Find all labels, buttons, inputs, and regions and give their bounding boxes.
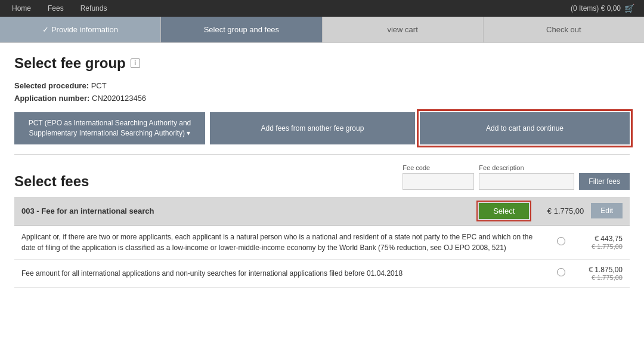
fee-003-name: 003 - Fee for an international search: [21, 207, 479, 215]
fee-group-row: PCT (EPO as International Searching Auth…: [14, 112, 630, 144]
step-select-group[interactable]: Select group and fees: [161, 17, 322, 42]
fee-subrow-1-prices: € 443,75 € 1.775,00: [575, 235, 623, 250]
fee-subrow-2-prices: € 1.875,00 € 1.775,00: [575, 266, 623, 281]
fee-subrow-1-price-strike: € 1.775,00: [575, 243, 623, 250]
top-nav: Home Fees Refunds (0 Items) € 0,00 🛒: [0, 0, 644, 17]
fee-code-input[interactable]: [402, 173, 474, 190]
fee-subrow-2-radio[interactable]: [557, 268, 565, 278]
step-check-out[interactable]: Check out: [484, 17, 644, 42]
fee-group-selector[interactable]: PCT (EPO as International Searching Auth…: [14, 112, 205, 144]
procedure-label: Selected procedure:: [14, 81, 89, 90]
fee-desc-label: Fee description: [479, 164, 574, 190]
nav-refunds[interactable]: Refunds: [78, 0, 110, 17]
radio-circle-icon: [557, 237, 565, 245]
fee-003-price: € 1.775,00: [536, 207, 584, 215]
nav-links: Home Fees Refunds: [10, 0, 109, 17]
filter-group: Fee code Fee description Filter fees: [402, 164, 630, 190]
step-provide-info[interactable]: ✓ Provide information: [0, 17, 161, 42]
nav-fees[interactable]: Fees: [45, 0, 66, 17]
fee-description-input[interactable]: [479, 173, 574, 190]
add-fees-button[interactable]: Add fees from another fee group: [210, 112, 415, 144]
fee-subrow-1-radio[interactable]: [557, 237, 565, 247]
fee-code-label: Fee code: [402, 164, 474, 190]
step-view-cart[interactable]: view cart: [323, 17, 484, 42]
fee-003-select-button[interactable]: Select: [479, 203, 529, 219]
fee-subrow-2-price-strike: € 1.775,00: [575, 274, 623, 281]
main-content: Select fee group i Selected procedure: P…: [0, 43, 644, 300]
cart-summary: (0 Items) € 0,00 🛒: [571, 4, 634, 13]
procedure-info: Selected procedure: PCT Application numb…: [14, 81, 630, 103]
select-fees-title: Select fees: [14, 173, 89, 190]
fee-subrow-1: Applicant or, if there are two or more a…: [14, 226, 630, 260]
fee-table: 003 - Fee for an international search Se…: [14, 197, 630, 288]
fee-003-edit-button[interactable]: Edit: [591, 203, 623, 218]
add-to-cart-button[interactable]: Add to cart and continue: [420, 112, 630, 144]
app-label: Application number:: [14, 94, 89, 103]
app-value: CN2020123456: [92, 94, 146, 103]
step-bar: ✓ Provide information Select group and f…: [0, 17, 644, 43]
page-title-row: Select fee group i: [14, 55, 630, 72]
info-icon[interactable]: i: [131, 58, 140, 68]
fee-row-003-header: 003 - Fee for an international search Se…: [14, 197, 630, 226]
fee-subrow-1-price-main: € 443,75: [575, 235, 623, 243]
cart-info-text: (0 Items) € 0,00: [571, 4, 621, 13]
app-number-line: Application number: CN2020123456: [14, 94, 630, 103]
fee-subrow-1-desc: Applicant or, if there are two or more a…: [21, 232, 547, 253]
select-fees-header: Select fees Fee code Fee description Fil…: [14, 164, 630, 190]
procedure-value: PCT: [91, 81, 107, 90]
radio-circle-icon: [557, 268, 565, 276]
filter-fees-button[interactable]: Filter fees: [579, 173, 630, 190]
fee-subrow-2: Fee amount for all international applica…: [14, 260, 630, 288]
nav-home[interactable]: Home: [10, 0, 33, 17]
cart-icon[interactable]: 🛒: [624, 4, 634, 13]
procedure-line: Selected procedure: PCT: [14, 81, 630, 90]
fee-subrow-2-price-main: € 1.875,00: [575, 266, 623, 274]
fee-003-actions: Select € 1.775,00 Edit: [479, 203, 623, 219]
page-title: Select fee group: [14, 55, 126, 72]
fee-subrow-2-desc: Fee amount for all international applica…: [21, 268, 547, 279]
section-divider: [14, 154, 630, 155]
